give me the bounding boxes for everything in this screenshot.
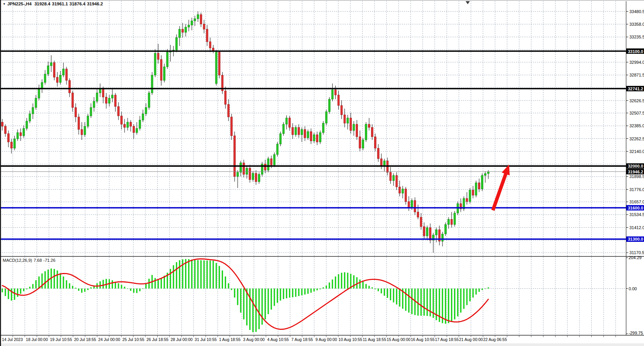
bear-candle <box>264 164 266 170</box>
macd-histogram-bar <box>301 289 302 296</box>
macd-histogram-bar <box>289 289 290 298</box>
macd-histogram-bar <box>381 289 382 294</box>
bull-candle <box>145 108 147 114</box>
bear-candle <box>380 159 382 166</box>
price-tick-label: 32140.0 <box>629 149 644 154</box>
macd-histogram-bar <box>313 289 315 292</box>
bear-candle <box>157 53 159 59</box>
bear-candle <box>368 124 370 127</box>
bear-candle <box>78 117 80 130</box>
hlines-layer[interactable] <box>0 51 626 239</box>
bull-candle <box>151 75 153 93</box>
time-tick-label: 18 Jul 00:00 <box>26 337 48 342</box>
bull-candle <box>179 29 181 38</box>
macd-histogram-bar <box>411 289 413 314</box>
macd-histogram-bar <box>323 287 324 288</box>
bear-candle <box>105 97 107 103</box>
bull-candle <box>148 93 150 108</box>
price-tick-label: 32385.0 <box>629 123 644 128</box>
bull-candle <box>136 128 138 133</box>
macd-histogram-bar <box>81 289 82 293</box>
macd-histogram-bar <box>463 289 464 309</box>
macd-histogram-bar <box>344 272 345 288</box>
macd-layer <box>2 259 489 332</box>
macd-histogram-bar <box>106 279 107 288</box>
macd-histogram-bar <box>374 289 376 289</box>
macd-histogram-bar <box>426 289 428 316</box>
macd-histogram-bar <box>20 289 21 294</box>
bull-candle <box>469 190 471 201</box>
macd-histogram-bar <box>274 289 275 306</box>
bear-candle <box>344 115 346 123</box>
bear-candle <box>225 91 226 104</box>
chart-svg[interactable]: 33480.533358.033235.532994.032871.532626… <box>0 0 644 346</box>
bear-candle <box>102 89 104 97</box>
macd-histogram-bar <box>310 289 311 293</box>
bear-candle <box>57 77 58 83</box>
price-tick-label: 31412.0 <box>629 225 644 230</box>
macd-histogram-bar <box>479 289 480 292</box>
bull-candle <box>280 134 281 144</box>
macd-histogram-bar <box>197 260 198 288</box>
bull-candle <box>23 128 25 136</box>
macd-histogram-bar <box>399 289 400 307</box>
price-tick-label: 32262.5 <box>629 136 644 141</box>
bull-candle <box>163 67 165 80</box>
bull-candle <box>111 95 113 98</box>
macd-histogram-bar <box>271 289 272 310</box>
macd-histogram-bar <box>53 269 55 289</box>
macd-histogram-bar <box>448 289 449 323</box>
bull-candle <box>13 139 15 148</box>
macd-histogram-bar <box>353 275 354 288</box>
macd-histogram-bar <box>316 289 318 291</box>
macd-histogram-bar <box>69 283 70 289</box>
time-tick-label: 31 Jul 10:55 <box>195 337 216 342</box>
macd-histogram-bar <box>176 262 177 289</box>
bull-candle <box>393 175 394 181</box>
macd-name: MACD(12,26,9) <box>3 258 32 263</box>
chart-window: 33480.533358.033235.532994.032871.532626… <box>0 0 644 346</box>
macd-histogram-bar <box>78 289 79 291</box>
bear-candle <box>218 52 220 75</box>
macd-histogram-bar <box>481 289 483 290</box>
bull-candle <box>258 175 260 182</box>
chart-title: ▼JPN225-,H4 31928.431961.131876.431946.2 <box>3 2 105 6</box>
chart-shift-marker[interactable] <box>466 1 470 4</box>
bull-candle <box>41 82 43 88</box>
macd-signal-value: -71.26 <box>43 258 55 263</box>
bear-candle <box>310 131 312 141</box>
macd-histogram-bar <box>237 289 238 305</box>
time-axis[interactable]: 14 Jul 202318 Jul 00:0019 Jul 10:5520 Ju… <box>2 337 507 342</box>
macd-histogram-bar <box>384 289 385 296</box>
bear-candle <box>292 127 294 135</box>
price-axis[interactable]: 33480.533358.033235.532994.032871.532626… <box>626 9 644 335</box>
macd-histogram-bar <box>161 278 162 288</box>
macd-histogram-bar <box>32 284 33 289</box>
macd-histogram-bar <box>112 280 113 289</box>
bull-candle <box>87 116 89 126</box>
bear-candle <box>399 187 401 193</box>
macd-histogram-bar <box>365 284 366 289</box>
bear-candle <box>20 133 22 136</box>
bull-candle <box>93 101 95 107</box>
bull-candle <box>166 52 168 67</box>
macd-histogram-bar <box>445 289 446 324</box>
bull-candle <box>246 168 248 174</box>
macd-histogram-bar <box>240 289 241 313</box>
collapse-triangle-icon[interactable]: ▼ <box>3 2 6 6</box>
svg-text:32000.0: 32000.0 <box>628 164 643 168</box>
bear-candle <box>66 69 68 80</box>
macd-histogram-bar <box>298 289 299 296</box>
ohlc-open: 31928.4 <box>34 2 50 6</box>
bear-candle <box>69 80 71 93</box>
macd-histogram-bar <box>396 289 397 305</box>
bull-candle <box>267 159 269 170</box>
macd-histogram-bar <box>118 283 119 289</box>
bear-candle <box>231 117 233 136</box>
macd-histogram-bar <box>179 260 180 289</box>
bear-candle <box>206 29 208 42</box>
bull-candle <box>475 183 477 195</box>
price-tick-label: 31170.5 <box>629 250 644 255</box>
time-tick-label: 19 Jul 10:55 <box>50 337 72 342</box>
bear-candle <box>389 172 391 181</box>
